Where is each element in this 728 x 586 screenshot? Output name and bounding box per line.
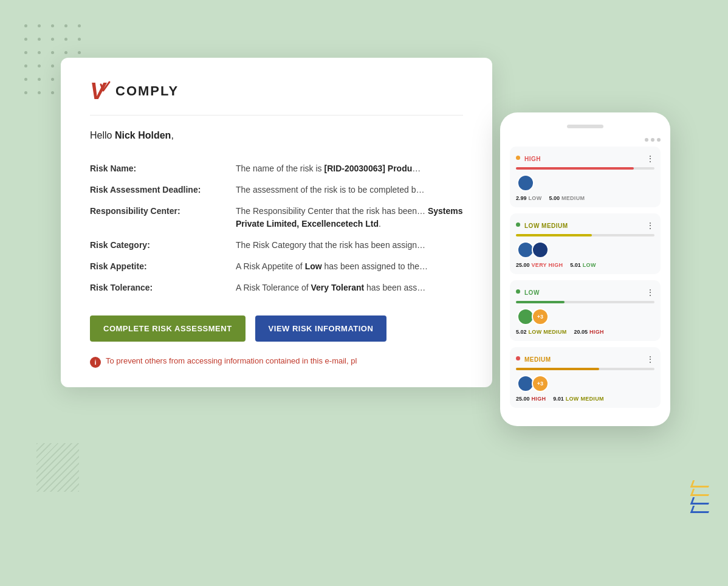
field-value: A Risk Appetite of Low has been assigned… — [236, 256, 463, 277]
table-row: Risk Tolerance: A Risk Tolerance of Very… — [90, 277, 463, 298]
progress-bar — [516, 167, 654, 170]
logo-area: V COMPLY — [90, 80, 463, 115]
avatar-count: +3 — [532, 375, 549, 392]
info-icon: i — [90, 357, 101, 368]
stat-item: 25.00 HIGH — [516, 396, 546, 402]
field-label: Risk Appetite: — [90, 256, 236, 277]
avatar — [517, 174, 534, 191]
avatar-row: +3 — [516, 308, 654, 325]
field-value: The Responsibility Center that the risk … — [236, 201, 463, 235]
phone-mockup: HIGH ⋮ 2.99 LOW 5.00 MEDIUM LOW MEDIUM ⋮ — [500, 112, 670, 426]
stat-label: MEDIUM — [561, 195, 585, 201]
stat-label: LOW — [529, 195, 542, 201]
field-label: Risk Category: — [90, 235, 236, 256]
risk-card-high: HIGH ⋮ 2.99 LOW 5.00 MEDIUM — [510, 146, 661, 207]
table-row: Risk Assessment Deadline: The assessment… — [90, 179, 463, 201]
info-bar: i To prevent others from accessing infor… — [90, 356, 463, 368]
progress-bar — [516, 234, 654, 236]
avatar — [532, 241, 549, 258]
field-label: Responsibility Center: — [90, 201, 236, 235]
card-header: LOW ⋮ — [516, 288, 654, 297]
more-options-icon[interactable]: ⋮ — [646, 288, 654, 297]
card-header: LOW MEDIUM ⋮ — [516, 221, 654, 230]
risk-card-low-medium: LOW MEDIUM ⋮ 25.00 VERY HIGH 5.01 LOW — [510, 213, 661, 274]
risk-stats: 25.00 HIGH 9.01 LOW MEDIUM — [516, 396, 654, 402]
status-dot — [651, 138, 654, 142]
more-options-icon[interactable]: ⋮ — [646, 221, 654, 230]
progress-fill — [516, 234, 592, 236]
stat-label: VERY HIGH — [532, 262, 563, 268]
avatar-row — [516, 241, 654, 258]
table-row: Risk Appetite: A Risk Appetite of Low ha… — [90, 256, 463, 277]
info-text: To prevent others from accessing informa… — [106, 356, 357, 365]
risk-stats: 25.00 VERY HIGH 5.01 LOW — [516, 262, 654, 268]
stat-item: 9.01 LOW MEDIUM — [553, 396, 604, 402]
risk-level-low-medium: LOW MEDIUM — [524, 222, 568, 229]
svg-text:V: V — [90, 80, 107, 103]
field-value: The Risk Category that the risk has been… — [236, 235, 463, 256]
risk-stats: 5.02 LOW MEDIUM 20.05 HIGH — [516, 329, 654, 335]
stat-value: 5.00 — [549, 195, 560, 201]
risk-level-medium: MEDIUM — [524, 356, 551, 363]
stat-item: 5.01 LOW — [570, 262, 596, 268]
email-card: V COMPLY Hello Nick Holden, Risk Name: T… — [61, 58, 492, 387]
stat-value: 9.01 — [553, 396, 564, 402]
status-dot — [657, 138, 661, 142]
status-dot-green — [516, 222, 520, 227]
stat-value: 2.99 — [516, 195, 527, 201]
avatar-row — [516, 174, 654, 191]
field-value: The name of the risk is [RID-20030063] P… — [236, 158, 463, 179]
progress-bar — [516, 368, 654, 370]
complete-risk-assessment-button[interactable]: COMPLETE RISK ASSESSMENT — [90, 315, 246, 342]
field-label: Risk Name: — [90, 158, 236, 179]
phone-notch — [567, 125, 603, 128]
stat-label: HIGH — [532, 396, 546, 402]
progress-fill — [516, 368, 599, 370]
status-dot-green — [516, 289, 520, 294]
logo-text: COMPLY — [115, 83, 179, 99]
field-label: Risk Tolerance: — [90, 277, 236, 298]
stat-value: 5.02 — [516, 329, 527, 335]
stat-label: HIGH — [589, 329, 604, 335]
greeting-name: Nick Holden — [115, 130, 171, 140]
risk-card-medium: MEDIUM ⋮ +3 25.00 HIGH 9.01 LOW MEDIUM — [510, 347, 661, 408]
more-options-icon[interactable]: ⋮ — [646, 354, 654, 364]
avatar-row: +3 — [516, 375, 654, 392]
stat-value: 5.01 — [570, 262, 581, 268]
stat-label: LOW MEDIUM — [566, 396, 604, 402]
stat-item: 5.00 MEDIUM — [549, 195, 585, 201]
table-row: Risk Name: The name of the risk is [RID-… — [90, 158, 463, 179]
status-dots — [645, 138, 661, 142]
stat-value: 25.00 — [516, 262, 530, 268]
stat-item: 5.02 LOW MEDIUM — [516, 329, 567, 335]
risk-card-low: LOW ⋮ +3 5.02 LOW MEDIUM 20.05 HIGH — [510, 280, 661, 341]
stat-label: LOW MEDIUM — [529, 329, 567, 335]
decorative-zigzag — [692, 480, 710, 513]
greeting-suffix: , — [171, 130, 173, 140]
more-options-icon[interactable]: ⋮ — [646, 154, 654, 164]
risk-info-table: Risk Name: The name of the risk is [RID-… — [90, 158, 463, 298]
phone-status-bar — [510, 138, 661, 142]
logo-icon: V — [90, 80, 115, 103]
field-value: A Risk Tolerance of Very Tolerant has be… — [236, 277, 463, 298]
progress-fill — [516, 167, 634, 170]
status-dot — [645, 138, 648, 142]
progress-bar — [516, 301, 654, 303]
stat-item: 25.00 VERY HIGH — [516, 262, 563, 268]
card-header: HIGH ⋮ — [516, 154, 654, 164]
progress-fill — [516, 301, 565, 303]
logo: V COMPLY — [90, 80, 179, 103]
risk-level-high: HIGH — [524, 156, 541, 162]
risk-stats: 2.99 LOW 5.00 MEDIUM — [516, 195, 654, 201]
stat-item: 2.99 LOW — [516, 195, 541, 201]
view-risk-information-button[interactable]: VIEW RISK INFORMATION — [255, 315, 387, 342]
stat-item: 20.05 HIGH — [574, 329, 604, 335]
table-row: Responsibility Center: The Responsibilit… — [90, 201, 463, 235]
stat-value: 25.00 — [516, 396, 530, 402]
field-value: The assessment of the risk is to be comp… — [236, 179, 463, 201]
greeting-prefix: Hello — [90, 130, 115, 140]
field-label: Risk Assessment Deadline: — [90, 179, 236, 201]
stat-label: LOW — [583, 262, 596, 268]
risk-level-low: LOW — [524, 289, 540, 296]
buttons-row: COMPLETE RISK ASSESSMENT VIEW RISK INFOR… — [90, 315, 463, 342]
